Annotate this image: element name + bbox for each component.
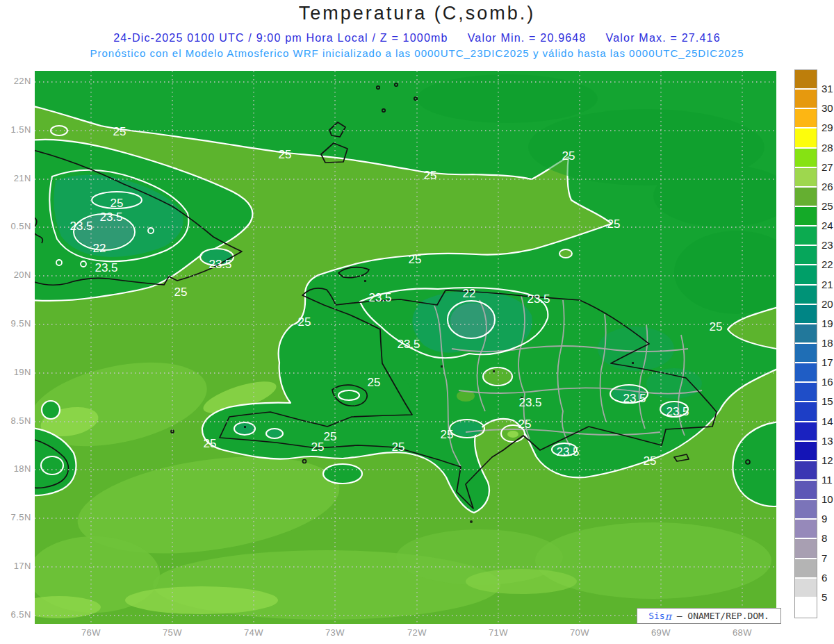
- contour-label: 25: [368, 376, 381, 389]
- weather-map-page: Temperatura (C,somb.) 24-Dic-2025 0100 U…: [0, 0, 834, 644]
- colorbar-tick-label: 19: [821, 317, 834, 329]
- lon-tick-label: 74W: [233, 627, 275, 638]
- colorbar-segment: [795, 559, 817, 579]
- lat-tick-label: 22N: [0, 76, 31, 86]
- colorbar-segment: [795, 246, 817, 265]
- pi-icon: π: [665, 611, 671, 622]
- colorbar-tick-label: 30: [821, 102, 834, 114]
- lat-tick-label: 19N: [0, 367, 31, 377]
- contour-label: 25: [298, 315, 311, 329]
- colorbar-tick-label: 15: [821, 395, 834, 407]
- colorbar-segment: [795, 90, 817, 109]
- colorbar-segment: [795, 226, 817, 246]
- lon-tick-label: 73W: [314, 627, 356, 638]
- max-value-text: Valor Max. = 27.416: [606, 32, 721, 44]
- colorbar-segment: [795, 207, 817, 226]
- contour-label: 23.5: [208, 258, 231, 271]
- contour-label: 23.5: [397, 338, 420, 351]
- contour-label: 25: [409, 253, 422, 266]
- colorbar-tick-label: 7: [821, 552, 834, 564]
- contour-label: 25: [518, 418, 532, 431]
- colorbar-tick-label: 16: [821, 376, 834, 388]
- colorbar-segment: [795, 168, 817, 188]
- contour-label: 25: [113, 125, 126, 138]
- contour-label: 25: [710, 320, 723, 333]
- lat-tick-label: 18N: [0, 463, 31, 474]
- colorbar-tick-label: 8: [821, 532, 834, 544]
- contour-label: 23.5: [518, 396, 541, 409]
- colorbar-segment: [795, 188, 817, 207]
- lat-tick-label: 0.5N: [0, 221, 31, 231]
- colorbar-tick-label: 18: [821, 337, 834, 349]
- contour-label: 23.5: [666, 405, 689, 418]
- contour-label: 23.5: [368, 291, 391, 304]
- colorbar-segment: [795, 579, 817, 598]
- colorbar-segment: [795, 344, 817, 363]
- lat-tick-label: 21N: [0, 173, 31, 183]
- lon-tick-label: 76W: [70, 627, 112, 638]
- lat-tick-label: 8.5N: [0, 415, 31, 426]
- contour-label: 25: [562, 149, 575, 163]
- lon-tick-label: 69W: [640, 627, 682, 638]
- colorbar-segment: [795, 265, 817, 285]
- colorbar-tick-label: 9: [821, 513, 834, 525]
- contour-label: 23.5: [95, 261, 117, 274]
- contour-label: 23.5: [70, 220, 92, 233]
- colorbar-tick-label: 13: [821, 435, 834, 447]
- contour-label: 25: [204, 437, 217, 450]
- temperature-colorbar: [794, 69, 817, 618]
- lon-tick-label: 72W: [396, 627, 438, 638]
- colorbar-tick-label: 26: [821, 181, 834, 192]
- contour-label: 23.5: [99, 210, 122, 224]
- colorbar-tick-label: 25: [821, 200, 834, 212]
- map-canvas: 2525252525252523.523.52223.523.525252523…: [35, 71, 776, 624]
- colorbar-segment: [795, 598, 817, 618]
- colorbar-tick-label: 22: [821, 258, 834, 270]
- lat-tick-label: 1.5N: [0, 124, 31, 135]
- contour-label: 22: [93, 242, 106, 255]
- colorbar-tick-label: 20: [821, 298, 834, 310]
- contour-label: 25: [644, 454, 657, 468]
- colorbar-tick-label: 12: [821, 454, 834, 466]
- sispi-logo-text: Sis: [648, 611, 664, 621]
- sispi-watermark: Sisπ – ONAMET/REP.DOM.: [637, 608, 781, 624]
- colorbar-segment: [795, 442, 817, 461]
- onamet-credit-text: – ONAMET/REP.DOM.: [671, 611, 769, 621]
- colorbar-segment: [795, 286, 817, 305]
- contour-label: 22: [463, 287, 476, 300]
- contour-label: 25: [392, 440, 405, 454]
- colorbar-segment: [795, 324, 817, 344]
- contour-label: 25: [441, 428, 454, 441]
- valid-time-text: 24-Dic-2025 0100 UTC / 9:00 pm Hora Loca…: [113, 32, 448, 44]
- contour-label: 25: [607, 217, 621, 231]
- colorbar-segment: [795, 363, 817, 383]
- colorbar-tick-label: 5: [821, 591, 834, 603]
- colorbar-tick-label: 21: [821, 279, 834, 290]
- colorbar-tick-label: 6: [821, 572, 834, 584]
- colorbar-tick-label: 17: [821, 356, 834, 368]
- lon-tick-label: 68W: [721, 627, 763, 638]
- colorbar-tick-label: 28: [821, 142, 834, 154]
- colorbar-tick-label: 10: [821, 493, 834, 505]
- map-area: 2525252525252523.523.52223.523.525252523…: [35, 71, 776, 624]
- lat-tick-label: 7.5N: [0, 512, 31, 522]
- contour-label: 23.5: [527, 292, 550, 306]
- lat-tick-label: 6.5N: [0, 609, 31, 620]
- colorbar-segment: [795, 539, 817, 559]
- lon-tick-label: 71W: [477, 627, 519, 638]
- colorbar-tick-label: 11: [821, 474, 834, 486]
- colorbar-tick-label: 23: [821, 239, 834, 251]
- lon-tick-label: 70W: [559, 627, 600, 638]
- forecast-datetime-line: 24-Dic-2025 0100 UTC / 9:00 pm Hora Loca…: [0, 32, 834, 44]
- contour-label: 23.5: [556, 445, 579, 459]
- lat-tick-label: 9.5N: [0, 318, 31, 329]
- lat-tick-label: 20N: [0, 270, 31, 280]
- colorbar-segment: [795, 500, 817, 520]
- model-init-line: Pronóstico con el Modelo Atmosferico WRF…: [0, 47, 834, 59]
- colorbar-segment: [795, 305, 817, 324]
- cool-blob-jacmel: [323, 464, 362, 484]
- colorbar-segment: [795, 461, 817, 481]
- colorbar-tick-label: 14: [821, 415, 834, 427]
- colorbar-segment: [795, 70, 817, 90]
- colorbar-tick-label: 31: [821, 83, 834, 94]
